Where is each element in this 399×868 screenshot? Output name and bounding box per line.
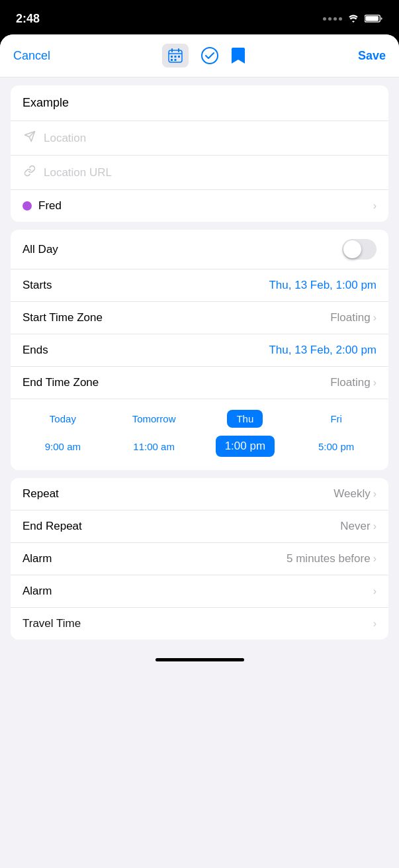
time-row: 9:00 am 11:00 am 1:00 pm 5:00 pm (11, 432, 388, 461)
end-timezone-value: Floating › (330, 376, 377, 389)
datetime-card: All Day Starts Thu, 13 Feb, 1:00 pm Star… (11, 230, 388, 470)
home-bar (155, 658, 244, 661)
alarm1-chevron-icon: › (373, 553, 377, 565)
nav-icons (162, 44, 245, 68)
location-url-placeholder: Location URL (44, 166, 112, 179)
start-timezone-label: Start Time Zone (22, 311, 103, 324)
end-repeat-value: Never › (340, 520, 377, 533)
svg-rect-9 (171, 59, 173, 61)
alarm1-value: 5 minutes before › (287, 552, 377, 565)
calendar-name: Fred (38, 199, 373, 213)
day-item-tomorrow[interactable]: Tomorrow (109, 413, 200, 424)
repeat-value: Weekly › (333, 487, 377, 501)
time-label-100pm: 1:00 pm (216, 436, 275, 457)
alarm2-value: › (373, 585, 377, 597)
alarm2-row[interactable]: Alarm › (11, 575, 388, 608)
repeat-chevron-icon: › (373, 488, 377, 500)
time-label-900: 9:00 am (45, 441, 81, 452)
day-row: Today Tomorrow Thu Fri (11, 406, 388, 432)
home-indicator (0, 648, 399, 668)
day-label-tomorrow: Tomorrow (132, 413, 176, 424)
starts-value: Thu, 13 Feb, 1:00 pm (269, 279, 377, 292)
alarm2-chevron-icon: › (373, 585, 377, 597)
day-label-thu: Thu (227, 410, 263, 428)
repeat-card: Repeat Weekly › End Repeat Never › Alarm… (11, 478, 388, 640)
all-day-row: All Day (11, 230, 388, 269)
screen: Cancel (0, 34, 399, 868)
wifi-icon (347, 14, 359, 23)
toggle-thumb (343, 240, 361, 258)
travel-time-label: Travel Time (22, 617, 81, 630)
status-icons (323, 14, 383, 23)
calendar-icon-button[interactable] (162, 44, 189, 68)
location-row[interactable]: Location (11, 121, 388, 156)
ends-row[interactable]: Ends Thu, 13 Feb, 2:00 pm (11, 334, 388, 367)
location-placeholder: Location (44, 132, 86, 145)
time-label-1100: 11:00 am (133, 441, 175, 452)
repeat-row[interactable]: Repeat Weekly › (11, 478, 388, 510)
alarm1-label: Alarm (22, 552, 52, 565)
svg-rect-10 (175, 59, 177, 61)
alarm2-label: Alarm (22, 585, 52, 598)
bookmark-icon-button[interactable] (231, 46, 245, 65)
day-item-fri[interactable]: Fri (290, 413, 382, 424)
time-picker-container: Today Tomorrow Thu Fri 9:00 am (11, 399, 388, 470)
time-item-900[interactable]: 9:00 am (17, 441, 109, 452)
travel-time-chevron-icon: › (373, 618, 377, 630)
ends-label: Ends (22, 344, 48, 357)
travel-time-row[interactable]: Travel Time › (11, 608, 388, 640)
day-item-thu[interactable]: Thu (200, 410, 291, 428)
calendar-row[interactable]: Fred › (11, 190, 388, 222)
time-item-1100[interactable]: 11:00 am (109, 441, 200, 452)
save-button[interactable]: Save (358, 49, 386, 63)
svg-rect-8 (178, 56, 180, 58)
travel-time-value: › (373, 618, 377, 630)
event-title-row (11, 85, 388, 121)
bookmark-icon (231, 46, 245, 65)
checkcircle-icon-button[interactable] (200, 46, 219, 65)
starts-label: Starts (22, 279, 52, 292)
status-bar: 2:48 (0, 0, 399, 34)
link-icon (22, 165, 37, 180)
end-repeat-label: End Repeat (22, 520, 82, 533)
repeat-label: Repeat (22, 487, 59, 501)
signal-icon (323, 17, 342, 21)
time-item-100pm[interactable]: 1:00 pm (200, 436, 291, 457)
alarm1-row[interactable]: Alarm 5 minutes before › (11, 543, 388, 575)
end-timezone-row[interactable]: End Time Zone Floating › (11, 367, 388, 399)
cancel-button[interactable]: Cancel (13, 49, 50, 63)
start-timezone-chevron-icon: › (373, 312, 377, 324)
location-url-row[interactable]: Location URL (11, 156, 388, 190)
svg-rect-6 (171, 56, 173, 58)
checkcircle-icon (200, 46, 219, 65)
svg-point-11 (202, 48, 218, 64)
time-item-500pm[interactable]: 5:00 pm (290, 441, 382, 452)
all-day-toggle[interactable] (342, 239, 377, 260)
end-timezone-label: End Time Zone (22, 376, 99, 389)
time-label-500pm: 5:00 pm (318, 441, 354, 452)
calendar-color-dot (22, 201, 32, 211)
start-timezone-row[interactable]: Start Time Zone Floating › (11, 302, 388, 334)
ends-value: Thu, 13 Feb, 2:00 pm (269, 344, 377, 357)
nav-bar: Cancel (0, 34, 399, 77)
svg-rect-7 (175, 56, 177, 58)
day-label-today: Today (50, 413, 76, 424)
end-repeat-row[interactable]: End Repeat Never › (11, 510, 388, 543)
calendar-chevron-icon: › (373, 200, 377, 212)
location-icon (22, 130, 37, 146)
starts-row[interactable]: Starts Thu, 13 Feb, 1:00 pm (11, 269, 388, 302)
event-details-card: Location Location URL Fred › (11, 85, 388, 222)
day-item-today[interactable]: Today (17, 413, 109, 424)
calendar-icon (167, 48, 183, 64)
end-timezone-chevron-icon: › (373, 377, 377, 389)
status-time: 2:48 (16, 12, 40, 26)
all-day-label: All Day (22, 243, 58, 256)
battery-icon (365, 14, 383, 23)
event-title-input[interactable] (22, 96, 377, 110)
svg-rect-1 (365, 16, 378, 21)
start-timezone-value: Floating › (330, 311, 377, 324)
end-repeat-chevron-icon: › (373, 520, 377, 532)
day-label-fri: Fri (330, 413, 342, 424)
